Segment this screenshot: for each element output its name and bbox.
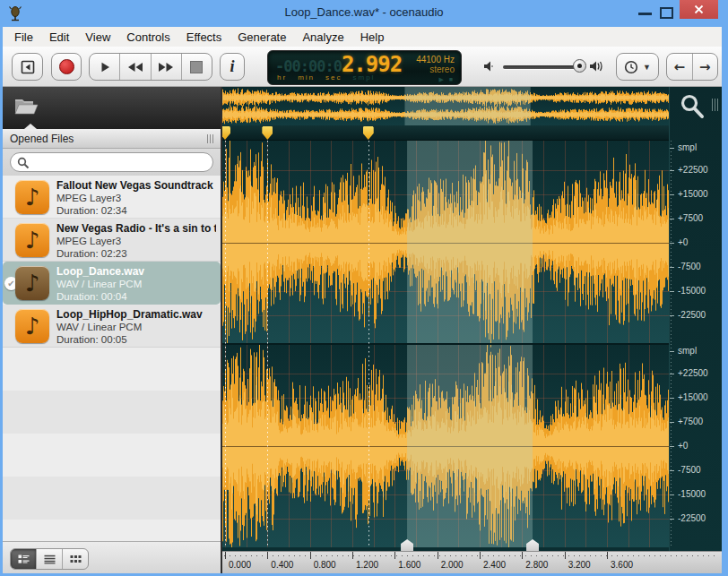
info-button[interactable]: i xyxy=(220,53,245,81)
info-icon: i xyxy=(230,57,234,76)
file-format: MPEG Layer3 xyxy=(56,192,216,204)
time-axis-tick xyxy=(565,552,566,559)
audio-file-icon: ♪ xyxy=(15,223,49,257)
audio-file-icon: ♪ xyxy=(15,266,49,300)
play-button[interactable] xyxy=(90,54,119,80)
opened-files-folder-icon[interactable] xyxy=(13,96,39,116)
time-axis-tick xyxy=(438,552,438,559)
panel-grip-icon[interactable] xyxy=(207,134,213,143)
redo-forward-button[interactable]: → xyxy=(692,54,718,80)
titlebar[interactable]: Loop_Dance.wav* - ocenaudio xyxy=(0,0,728,27)
ruler-tick xyxy=(670,219,674,219)
maximize-button[interactable] xyxy=(660,7,673,19)
menu-item-effects[interactable]: Effects xyxy=(178,29,230,46)
marker-pin[interactable] xyxy=(222,126,230,140)
ruler-tick xyxy=(670,170,674,171)
sidebar-footer xyxy=(3,541,221,573)
volume-max-icon[interactable] xyxy=(589,59,604,73)
file-format: WAV / Linear PCM xyxy=(56,321,216,333)
record-icon xyxy=(59,59,74,74)
ruler-tick xyxy=(670,470,674,471)
time-display[interactable]: -00:00:02.992 hr min sec smpl 44100 Hz s… xyxy=(267,50,462,85)
time-axis-tick xyxy=(225,552,226,559)
undo-back-button[interactable]: ← xyxy=(667,54,692,80)
file-format: WAV / Linear PCM xyxy=(56,278,216,290)
ruler-tick xyxy=(670,519,674,520)
play-icon xyxy=(99,61,111,73)
arrow-right-icon: → xyxy=(699,59,711,75)
time-axis-label: 3.200 xyxy=(568,560,591,570)
go-to-start-button[interactable] xyxy=(12,53,43,81)
go-to-start-icon xyxy=(21,60,35,74)
playback-timer-button[interactable]: ▼ xyxy=(616,53,659,81)
volume-slider-knob[interactable] xyxy=(573,59,586,73)
chevron-down-icon: ▼ xyxy=(643,63,651,72)
sample-ruler-label: smpl xyxy=(678,142,697,152)
menu-item-file[interactable]: File xyxy=(6,29,41,46)
grid-view-button[interactable] xyxy=(62,549,88,569)
rewind-button[interactable] xyxy=(119,54,150,80)
audio-file-icon: ♪ xyxy=(15,309,49,343)
ruler-grip-icon[interactable] xyxy=(712,99,718,111)
sample-ruler[interactable]: smpl+22500+15000+7500+0-7500-15000-22500… xyxy=(669,87,722,551)
time-axis-label: 0.800 xyxy=(314,560,336,570)
search-box[interactable] xyxy=(10,152,213,172)
list-view-button[interactable] xyxy=(36,549,62,569)
menu-item-view[interactable]: View xyxy=(77,29,118,46)
file-duration: Duration: 02:34 xyxy=(56,204,216,217)
file-row[interactable]: ♪ New Vegas Radio - It's a sin to tell .… xyxy=(3,219,221,262)
time-axis-tick xyxy=(480,552,481,559)
menu-item-edit[interactable]: Edit xyxy=(41,29,77,46)
minimize-button[interactable] xyxy=(638,13,652,15)
menu-item-help[interactable]: Help xyxy=(352,29,393,46)
file-title: Loop_Dance.wav xyxy=(56,265,216,278)
ruler-tick xyxy=(670,446,674,447)
marker-bar[interactable] xyxy=(222,125,669,141)
sample-ruler-label: +22500 xyxy=(678,165,708,175)
sidebar-header xyxy=(3,87,221,129)
search-input[interactable] xyxy=(34,154,208,172)
menu-item-generate[interactable]: Generate xyxy=(230,29,294,46)
time-axis-label: 2.800 xyxy=(525,560,548,570)
sample-ruler-label: +0 xyxy=(678,441,688,451)
zoom-search-icon[interactable] xyxy=(679,93,706,120)
toolbar: i -00:00:02.992 hr min sec smpl 44100 Hz… xyxy=(3,47,722,87)
close-button[interactable] xyxy=(680,0,718,19)
unit-min: min xyxy=(298,73,315,82)
file-row[interactable]: ♪ Fallout New Vegas Soundtrack Gu... MPE… xyxy=(3,176,221,219)
time-axis-tick xyxy=(310,552,311,559)
ruler-tick xyxy=(670,315,674,316)
unit-smpl: smpl xyxy=(352,73,375,82)
menu-item-analyze[interactable]: Analyze xyxy=(294,29,351,46)
waveform-main[interactable] xyxy=(222,141,669,547)
stop-button[interactable] xyxy=(181,54,212,80)
sample-ruler-label: -7500 xyxy=(678,465,701,475)
file-row-selected[interactable]: ✔ ♪ Loop_Dance.wav WAV / Linear PCM Dura… xyxy=(3,262,221,305)
close-icon xyxy=(694,4,704,14)
waveform-overview[interactable] xyxy=(222,87,669,125)
menu-item-controls[interactable]: Controls xyxy=(118,29,178,46)
ocenaudio-window: { "titlebar": { "title": "Loop_Dance.wav… xyxy=(0,0,728,576)
fast-forward-button[interactable] xyxy=(151,54,181,80)
arrow-left-icon: ← xyxy=(673,59,685,75)
opened-files-list: ♪ Fallout New Vegas Soundtrack Gu... MPE… xyxy=(3,176,221,541)
format-readout: 44100 Hz stereo ▶ ■ xyxy=(416,55,455,84)
detail-view-icon xyxy=(18,555,30,564)
ruler-tick xyxy=(670,243,674,244)
time-axis-label: 1.600 xyxy=(398,560,420,570)
marker-pin[interactable] xyxy=(262,126,273,140)
file-format: MPEG Layer3 xyxy=(56,235,216,247)
file-row[interactable]: ♪ Loop_HipHop_Dramatic.wav WAV / Linear … xyxy=(3,305,221,348)
opened-files-titlebar[interactable]: Opened Files xyxy=(3,129,221,149)
marker-pin[interactable] xyxy=(363,126,374,140)
time-unit-labels: hr min sec smpl xyxy=(277,73,386,82)
panel-title: Opened Files xyxy=(3,133,207,145)
transport-state-icons: ▶ ■ xyxy=(416,74,455,84)
volume-min-icon[interactable] xyxy=(483,60,496,73)
ruler-tick xyxy=(670,374,674,374)
detail-view-button[interactable] xyxy=(11,549,36,569)
time-axis[interactable]: 0.0000.4000.8001.2001.6002.0002.4002.800… xyxy=(222,551,722,573)
record-button[interactable] xyxy=(51,53,82,81)
ruler-tick xyxy=(670,291,674,292)
sample-ruler-label: +15000 xyxy=(678,189,708,199)
